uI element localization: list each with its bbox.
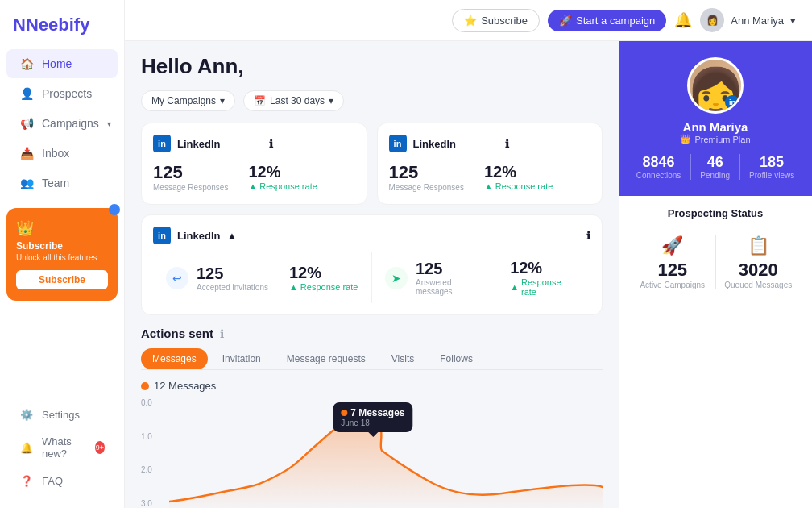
sidebar-item-inbox[interactable]: 📥Inbox — [6, 139, 118, 168]
exp-stat-invitations: ↩ 125 Accepted invitations 12% ▲Response… — [153, 252, 372, 303]
start-campaign-button[interactable]: 🚀 Start a campaign — [548, 10, 666, 31]
msg-responses-label-2: Message Responses — [389, 183, 464, 192]
campaign-platform-1: LinkedIn — [177, 138, 263, 150]
queued-messages-stat: 📋 3020 Queued Messages — [716, 229, 802, 296]
connections-label: Connections — [636, 171, 682, 180]
user-name: Ann Mariya — [731, 15, 784, 27]
campaigns-filter-label: My Campaigns — [151, 95, 216, 106]
svg-point-0 — [373, 418, 381, 427]
tab-visits[interactable]: Visits — [380, 348, 425, 369]
queued-messages-label: Queued Messages — [724, 281, 792, 289]
main-area: ⭐ Subscribe 🚀 Start a campaign 🔔 👩 Ann M… — [125, 0, 812, 508]
prospecting-title: Prospecting Status — [630, 207, 801, 219]
page-title: Hello Ann, — [141, 54, 603, 79]
expanded-card: in LinkedIn ▲ ℹ ↩ 125 Accepted invitatio… — [141, 214, 603, 315]
chart-svg-area: 7 Messages June 18 — [169, 398, 603, 508]
bottom-nav-list: ⚙️Settings🔔Whats new?9+❓FAQ — [0, 401, 124, 494]
topbar: ⭐ Subscribe 🚀 Start a campaign 🔔 👩 Ann M… — [125, 0, 812, 41]
campaign-button-label: Start a campaign — [576, 15, 655, 27]
right-panel: 👩 in Ann Mariya 👑 Premium Plan 8846 Conn… — [619, 41, 812, 508]
chart-wrapper: 3.0 2.0 1.0 0.0 — [141, 398, 603, 508]
linkedin-badge-2: in — [389, 135, 407, 152]
active-campaigns-stat: 🚀 125 Active Campaigns — [630, 229, 715, 296]
chart-legend: 12 Messages — [141, 380, 603, 392]
prospecting-section: Prospecting Status 🚀 125 Active Campaign… — [619, 196, 812, 508]
tab-message-requests[interactable]: Message requests — [276, 348, 377, 369]
pending-value: 46 — [700, 154, 730, 171]
rocket-icon: 🚀 — [661, 235, 683, 256]
nav-list: 🏠Home👤Prospects📢Campaigns▾📥Inbox👥Team — [0, 48, 124, 198]
logo: NNeebify — [0, 10, 124, 48]
tab-messages[interactable]: Messages — [141, 348, 208, 369]
sidebar-item-campaigns[interactable]: 📢Campaigns▾ — [6, 109, 118, 138]
profile-plan: Premium Plan — [694, 135, 750, 144]
avatar: 👩 — [700, 8, 724, 32]
tab-invitation[interactable]: Invitation — [211, 348, 272, 369]
legend-dot — [141, 382, 149, 390]
connections-stat: 8846 Connections — [636, 154, 682, 180]
profile-name: Ann Mariya — [683, 120, 748, 134]
chart-container: 12 Messages 3.0 2.0 1.0 0.0 — [141, 380, 603, 508]
actions-title: Actions sent — [141, 327, 213, 340]
profile-stats: 8846 Connections 46 Pending 185 Profile … — [632, 154, 799, 180]
sidebar-item-team[interactable]: 👥Team — [6, 169, 118, 198]
sidebar-bottom: ⚙️Settings🔔Whats new?9+❓FAQ — [0, 397, 124, 498]
linkedin-badge-exp: in — [153, 227, 171, 244]
sidebar-item-home[interactable]: 🏠Home — [6, 49, 118, 78]
subscribe-button[interactable]: Subscribe — [16, 270, 108, 289]
campaigns-filter[interactable]: My Campaigns ▾ — [141, 90, 235, 111]
msg-responses-1: 125 — [153, 162, 228, 183]
response-rate-2: 12% — [484, 163, 553, 181]
avatar-large: 👩 in — [687, 57, 744, 114]
msg-responses-2: 125 — [389, 162, 464, 183]
actions-header: Actions sent ℹ — [141, 327, 603, 340]
campaign-card-2: in LinkedIn ℹ 125 Message Responses 12% … — [377, 123, 603, 205]
tab-follows[interactable]: Follows — [429, 348, 484, 369]
linkedin-badge-profile: in — [725, 95, 740, 110]
user-menu-button[interactable]: 👩 Ann Mariya ▾ — [700, 8, 796, 32]
active-campaigns-value: 125 — [657, 260, 687, 281]
prospect-stats: 🚀 125 Active Campaigns 📋 3020 Queued Mes… — [630, 229, 801, 296]
subscribe-topbar-button[interactable]: ⭐ Subscribe — [452, 9, 540, 32]
msg-responses-label-1: Message Responses — [153, 183, 228, 192]
campaign-platform-2: LinkedIn — [413, 138, 499, 150]
profile-views-label: Profile views — [749, 171, 794, 180]
pending-stat: 46 Pending — [700, 154, 730, 180]
queued-messages-value: 3020 — [739, 260, 778, 281]
notification-dot — [109, 204, 120, 215]
chart-legend-label: 12 Messages — [154, 380, 216, 392]
info-icon-exp[interactable]: ℹ — [586, 230, 590, 242]
chart-svg — [169, 398, 603, 508]
notification-button[interactable]: 🔔 — [674, 11, 692, 29]
subscribe-box-subtitle: Unlock all this features — [16, 253, 108, 262]
profile-section: 👩 in Ann Mariya 👑 Premium Plan 8846 Conn… — [619, 41, 812, 196]
connections-value: 8846 — [636, 154, 682, 171]
filters: My Campaigns ▾ 📅 Last 30 days ▾ — [141, 90, 603, 111]
sidebar-bottom-faq[interactable]: ❓FAQ — [6, 467, 118, 494]
subscribe-box: 👑 Subscribe Unlock all this features Sub… — [6, 208, 118, 301]
sidebar: NNeebify 🏠Home👤Prospects📢Campaigns▾📥Inbo… — [0, 0, 125, 508]
campaign-card-1: in LinkedIn ℹ 125 Message Responses 12% … — [141, 123, 367, 205]
campaign-cards-row: in LinkedIn ℹ 125 Message Responses 12% … — [141, 123, 603, 205]
info-icon-1[interactable]: ℹ — [269, 138, 354, 150]
content-area: Hello Ann, My Campaigns ▾ 📅 Last 30 days… — [125, 41, 812, 508]
sidebar-bottom-whatsnew[interactable]: 🔔Whats new?9+ — [6, 429, 118, 466]
messages-icon: ➤ — [385, 267, 408, 289]
expanded-platform: LinkedIn — [177, 230, 220, 242]
action-tabs: Messages Invitation Message requests Vis… — [141, 348, 603, 370]
chart-yaxis: 3.0 2.0 1.0 0.0 — [141, 398, 165, 508]
invitations-icon: ↩ — [166, 267, 188, 289]
dashboard: Hello Ann, My Campaigns ▾ 📅 Last 30 days… — [125, 41, 619, 508]
info-icon-2[interactable]: ℹ — [505, 138, 590, 150]
pending-label: Pending — [700, 171, 730, 180]
queue-icon: 📋 — [748, 235, 769, 256]
sidebar-item-prospects[interactable]: 👤Prospects — [6, 79, 118, 108]
response-rate-1: 12% — [248, 163, 317, 181]
period-filter[interactable]: 📅 Last 30 days ▾ — [243, 90, 344, 111]
profile-views-stat: 185 Profile views — [749, 154, 794, 180]
active-campaigns-label: Active Campaigns — [640, 281, 705, 289]
actions-info-icon[interactable]: ℹ — [220, 327, 224, 340]
sidebar-bottom-settings[interactable]: ⚙️Settings — [6, 401, 118, 428]
linkedin-badge: in — [153, 135, 171, 152]
profile-views-value: 185 — [749, 154, 794, 171]
